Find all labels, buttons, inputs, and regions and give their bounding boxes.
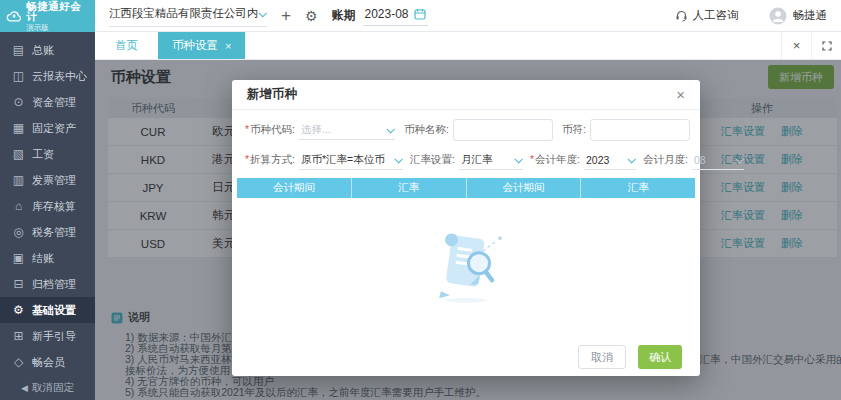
- fixed-assets-icon: ▦: [12, 121, 25, 135]
- fiscal-year-label: 会计年度:: [535, 153, 580, 165]
- sidebar-unpin-button[interactable]: ◀ 取消固定: [0, 375, 95, 400]
- sidebar-item-membership[interactable]: ◇畅会员: [0, 349, 95, 375]
- company-name: 江西段宝精品有限责任公司内账张: [109, 6, 259, 21]
- consult-label: 人工咨询: [693, 8, 739, 23]
- consult-button[interactable]: 人工咨询: [675, 8, 739, 23]
- add-currency-modal: 新增币种 × *币种代码: 选择... 币种名称: 币符:: [232, 80, 700, 376]
- ledger-icon: ▤: [12, 43, 25, 57]
- closing-icon: ▣: [12, 251, 25, 265]
- cancel-button[interactable]: 取消: [578, 345, 626, 369]
- currency-code-label: 币种代码:: [250, 123, 295, 135]
- cloud-logo-icon: [6, 10, 22, 23]
- settings-icon: ⚙: [12, 303, 25, 317]
- chevron-down-icon: [627, 155, 635, 163]
- sidebar-item-fixed-assets[interactable]: ▦固定资产: [0, 115, 95, 141]
- sidebar-item-inventory[interactable]: ⌂库存核算: [0, 193, 95, 219]
- user-menu[interactable]: 畅捷通: [769, 7, 828, 25]
- chevron-down-icon: [514, 155, 522, 163]
- logo-subtitle: 演示版: [26, 24, 89, 32]
- sidebar-item-beginner-guide[interactable]: ⊞新手引导: [0, 323, 95, 349]
- membership-icon: ◇: [12, 355, 25, 369]
- period-value: 2023-08: [365, 7, 409, 21]
- modal-title: 新增币种: [247, 86, 297, 103]
- app-window: 畅捷通好会计 演示版 江西段宝精品有限责任公司内账张 + ⚙ 账期 2023-0…: [0, 0, 841, 400]
- add-accountset-button[interactable]: +: [281, 7, 291, 24]
- close-all-tabs-button[interactable]: ×: [781, 32, 811, 59]
- unpin-icon: ◀: [21, 383, 28, 393]
- sidebar-item-invoices[interactable]: ▥发票管理: [0, 167, 95, 193]
- settings-gear-icon[interactable]: ⚙: [305, 9, 318, 23]
- avatar-icon: [769, 7, 787, 25]
- funds-icon: ⊙: [12, 95, 25, 109]
- tax-icon: ◎: [12, 225, 25, 239]
- cloud-report-icon: ◫: [12, 69, 25, 83]
- conversion-method-label: 折算方式:: [250, 153, 295, 165]
- tab-home[interactable]: 首页: [95, 32, 158, 59]
- col-rate-2: 汇率: [580, 178, 695, 198]
- conversion-method-select[interactable]: 原币*汇率=本位币: [299, 150, 403, 170]
- sidebar-item-basic-settings[interactable]: ⚙基础设置: [0, 297, 95, 323]
- tab-currency-settings[interactable]: 币种设置 ×: [158, 32, 245, 59]
- rate-setting-label: 汇率设置:: [410, 153, 455, 167]
- sidebar-item-archive[interactable]: ⊟归档管理: [0, 271, 95, 297]
- sidebar-item-cloud-reports[interactable]: ◫云报表中心: [0, 63, 95, 89]
- sidebar-item-tax[interactable]: ◎税务管理: [0, 219, 95, 245]
- fiscal-month-label: 会计月度:: [643, 153, 688, 167]
- currency-symbol-label: 币符:: [562, 123, 586, 137]
- empty-state-illustration: [421, 221, 511, 311]
- sidebar-item-general-ledger[interactable]: ▤总账: [0, 37, 95, 63]
- col-period-2: 会计期间: [466, 178, 581, 198]
- company-selector[interactable]: 江西段宝精品有限责任公司内账张: [109, 4, 267, 27]
- col-period-1: 会计期间: [237, 178, 351, 198]
- sidebar-item-funds[interactable]: ⊙资金管理: [0, 89, 95, 115]
- tabbar: 首页 币种设置 × ×: [95, 32, 841, 60]
- fullscreen-button[interactable]: [811, 32, 841, 59]
- currency-code-select[interactable]: 选择...: [299, 120, 395, 140]
- sidebar-item-closing[interactable]: ▣结账: [0, 245, 95, 271]
- content-area: 币种设置 新增币种 币种代码 币种名称 操作 CUR 欧元 汇率设置删除 HKD…: [95, 60, 841, 400]
- chevron-down-icon: [735, 155, 743, 163]
- sidebar: ▤总账 ◫云报表中心 ⊙资金管理 ▦固定资产 ▧工资 ▥发票管理 ⌂库存核算 ◎…: [0, 32, 95, 400]
- logo-title: 畅捷通好会计: [26, 1, 89, 22]
- rate-table-empty-area: [232, 198, 700, 338]
- invoice-icon: ▥: [12, 173, 25, 187]
- chevron-down-icon: [386, 125, 394, 133]
- chevron-down-icon: [258, 9, 266, 17]
- col-rate-1: 汇率: [351, 178, 466, 198]
- archive-icon: ⊟: [12, 277, 25, 291]
- rate-setting-select[interactable]: 月汇率: [459, 150, 523, 170]
- username: 畅捷通: [793, 8, 828, 23]
- guide-icon: ⊞: [12, 329, 25, 343]
- calendar-icon: [414, 8, 426, 20]
- chevron-down-icon: [394, 155, 402, 163]
- confirm-button[interactable]: 确认: [638, 345, 682, 369]
- inventory-icon: ⌂: [12, 199, 25, 213]
- period-label: 账期: [332, 7, 356, 24]
- currency-symbol-input[interactable]: [590, 119, 690, 141]
- currency-name-input[interactable]: [453, 119, 553, 141]
- payroll-icon: ▧: [12, 147, 25, 161]
- app-logo: 畅捷通好会计 演示版: [0, 0, 95, 32]
- tab-close-icon[interactable]: ×: [225, 40, 231, 52]
- period-picker[interactable]: 2023-08: [363, 5, 428, 26]
- headset-icon: [675, 9, 688, 22]
- rate-table-header: 会计期间 汇率 会计期间 汇率: [237, 178, 695, 198]
- fiscal-year-select[interactable]: 2023: [584, 150, 636, 170]
- fullscreen-icon: [822, 41, 832, 51]
- sidebar-item-payroll[interactable]: ▧工资: [0, 141, 95, 167]
- modal-close-icon[interactable]: ×: [676, 87, 685, 102]
- currency-name-label: 币种名称:: [404, 123, 449, 137]
- topbar: 畅捷通好会计 演示版 江西段宝精品有限责任公司内账张 + ⚙ 账期 2023-0…: [0, 0, 841, 32]
- fiscal-month-select[interactable]: 08: [692, 150, 744, 170]
